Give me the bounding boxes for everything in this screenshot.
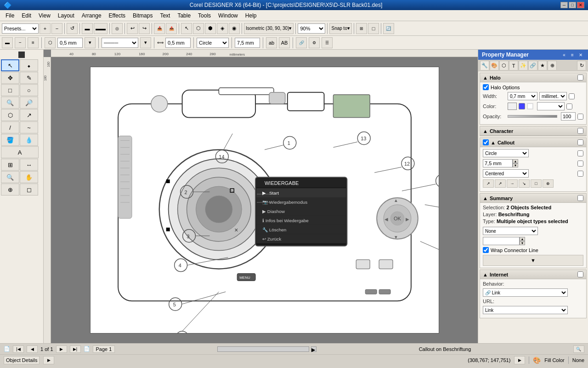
remove-preset-button[interactable]: −	[51, 23, 62, 34]
zoom2-tool[interactable]: 🔎	[20, 97, 38, 109]
callout-lock-checkbox[interactable]	[577, 139, 583, 145]
fill-tool[interactable]: 🪣	[1, 134, 19, 146]
3d-rotate-button[interactable]: 🔄	[383, 23, 394, 34]
character-section-header[interactable]: ▲ Character	[480, 126, 586, 136]
callout-arrow-btn6[interactable]: ⊕	[543, 179, 554, 188]
ellipse-tool[interactable]: ○	[20, 84, 38, 96]
callout-size-up[interactable]: ▲	[513, 159, 518, 163]
line-style-select[interactable]: ────	[102, 38, 138, 48]
callout-arrow-btn1[interactable]: ↗	[483, 179, 494, 188]
menu-arrange[interactable]: Arrange	[78, 12, 105, 20]
view-outline-button[interactable]: □	[368, 23, 379, 34]
halo-section-header[interactable]: ▲ Halo	[480, 73, 586, 82]
halo-width-lock[interactable]	[569, 93, 575, 99]
view3d3-button[interactable]: ◈	[217, 23, 228, 34]
pm-menu-btn[interactable]: ≡	[569, 52, 576, 58]
curve-tool[interactable]: ~	[20, 121, 38, 133]
halo-opacity-lock[interactable]	[577, 114, 583, 120]
pm-tab-more[interactable]: ⊕	[548, 61, 557, 70]
text-tool[interactable]: A	[1, 146, 39, 158]
callout-size-input[interactable]	[235, 38, 260, 48]
menu-view[interactable]: View	[35, 12, 54, 20]
pm-tab-properties[interactable]: 🔧	[480, 61, 489, 70]
menu-help[interactable]: Help	[242, 12, 260, 20]
menu-table[interactable]: Table	[174, 12, 194, 20]
zoom-select[interactable]: 90%	[298, 23, 325, 34]
text-AB-btn[interactable]: AB	[279, 37, 290, 48]
node-tool[interactable]: ⬥	[20, 59, 38, 71]
view3d2-button[interactable]: ⬢	[205, 23, 216, 34]
minus-button[interactable]: ▬▬	[94, 23, 107, 34]
line-style-arrow-btn[interactable]: ▾	[140, 37, 151, 48]
close-button[interactable]: ✕	[577, 2, 584, 8]
minimize-button[interactable]: ─	[560, 2, 568, 8]
zoom-tool[interactable]: 🔍	[1, 97, 19, 109]
zoom-out-status-btn[interactable]: 🔍	[573, 345, 584, 353]
pm-transform-tab[interactable]: ↻	[577, 61, 586, 70]
summary-lock-checkbox[interactable]	[577, 195, 583, 201]
connector2-tool[interactable]: ⊕	[1, 184, 19, 196]
halo-options-checkbox[interactable]	[483, 84, 489, 90]
internet-behavior-select[interactable]: 🔗 Link	[483, 288, 568, 297]
menu-tools[interactable]: Tools	[194, 12, 215, 20]
maximize-button[interactable]: □	[569, 2, 576, 8]
select-button[interactable]: ↖	[181, 23, 192, 34]
add-preset-button[interactable]: +	[40, 23, 51, 34]
symbol-btn[interactable]: 🔗	[296, 37, 307, 48]
symbol3-btn[interactable]: ☰	[322, 37, 333, 48]
halo-color-swatch2[interactable]	[519, 103, 525, 109]
halo-color-select[interactable]	[537, 102, 565, 110]
summary-section-header[interactable]: ▲ Summary	[480, 194, 586, 203]
line-minus-btn[interactable]: −	[15, 37, 26, 48]
menu-text[interactable]: Text	[156, 12, 174, 20]
snap-button[interactable]: Snap to▾	[329, 23, 351, 34]
menu-effects[interactable]: Effects	[105, 12, 129, 20]
halo-width-unit[interactable]: millimet...	[539, 92, 567, 100]
callout-arrow-btn5[interactable]: □	[531, 179, 542, 188]
pm-tab-fill[interactable]: 🎨	[490, 61, 499, 70]
text-ab-btn[interactable]: ab	[266, 37, 277, 48]
color-outline-btn[interactable]: ⬡	[45, 37, 56, 48]
halo-width-value[interactable]: 0,7 mm	[508, 92, 537, 100]
summary-spinner-up[interactable]: ▲	[520, 237, 525, 241]
import-button[interactable]: 📥	[154, 23, 165, 34]
shape-select[interactable]: Circle	[197, 38, 229, 48]
pm-tab-symbol[interactable]: ★	[538, 61, 547, 70]
menu-layout[interactable]: Layout	[54, 12, 78, 20]
rect-tool[interactable]: □	[1, 84, 19, 96]
select-tool[interactable]: ↖	[1, 59, 19, 71]
eyedrop-tool[interactable]: 💧	[20, 134, 38, 146]
callout-arrow-btn2[interactable]: ↗	[495, 179, 506, 188]
poly-tool[interactable]: ⬡	[1, 109, 19, 121]
presets-select[interactable]: Presets...	[2, 23, 39, 34]
pan-tool[interactable]: ✥	[1, 72, 19, 84]
view-mode-dropdown[interactable]: Isometric (30, 90, 30)▾	[244, 23, 294, 34]
connector-tool[interactable]: ↗	[20, 109, 38, 121]
internet-url-select[interactable]: Link	[483, 306, 568, 314]
line-width-input[interactable]	[57, 38, 83, 48]
delete-button[interactable]: ▬	[82, 23, 93, 34]
callout-align-select[interactable]: Centered	[483, 169, 529, 178]
summary-spinner-down[interactable]: ▼	[520, 241, 525, 245]
prev-page-btn[interactable]: ◀	[27, 345, 38, 353]
pm-tab-effects[interactable]: ✨	[519, 61, 528, 70]
view3d-button[interactable]: ⬡	[193, 23, 204, 34]
summary-spinner-input[interactable]	[483, 237, 520, 245]
callout-shape-select[interactable]: Circle	[483, 149, 529, 157]
callout-active-checkbox[interactable]	[483, 139, 489, 145]
dims-tool[interactable]: ↔	[20, 159, 38, 171]
callout-shape-lock[interactable]	[577, 150, 583, 156]
halo-checkbox[interactable]	[577, 75, 583, 80]
line-style-btn[interactable]: ▬	[2, 37, 13, 48]
size-input[interactable]	[165, 38, 191, 48]
eraser-tool[interactable]: ◻	[20, 184, 38, 196]
wrap-expand-btn[interactable]: ▼	[483, 255, 583, 266]
coords-btn[interactable]: ▶	[514, 356, 525, 364]
first-page-btn[interactable]: |◀	[13, 345, 24, 353]
canvas-content[interactable]: WIEDERGABE ▶ Start 📷 Wiedergabemodus ▶ D…	[51, 57, 478, 343]
halo-color-swatch3[interactable]	[527, 103, 533, 109]
callout-align-lock[interactable]	[577, 171, 583, 177]
page-name-btn[interactable]: Page 1	[93, 345, 115, 353]
last-page-btn[interactable]: ▶|	[70, 345, 81, 353]
export-button[interactable]: 📤	[166, 23, 177, 34]
